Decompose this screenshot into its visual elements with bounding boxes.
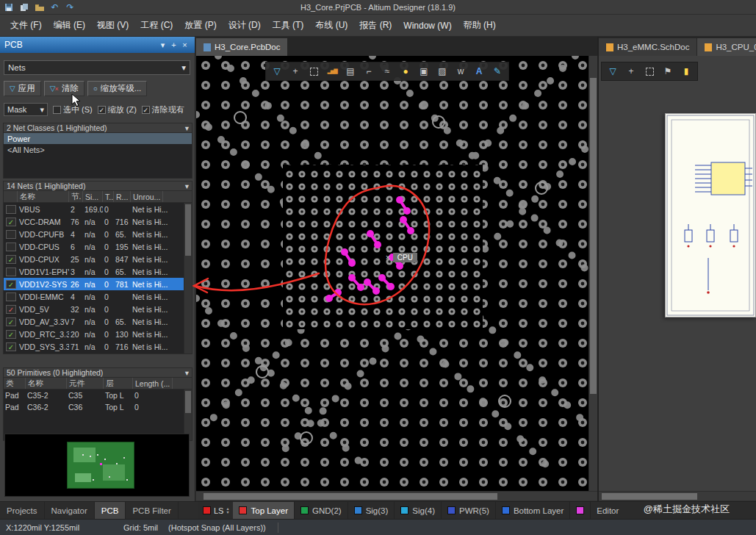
open-folder-icon[interactable] xyxy=(34,2,45,13)
primitives-header[interactable]: 50 Primitives (0 Highlighted) ▾ xyxy=(3,367,192,378)
text-icon[interactable]: A xyxy=(470,63,488,79)
pcb-editor-canvas[interactable]: ▽ + ▂▅▇ ▤ ⌐ ≈ ● ▣ ▨ w A ✎ × CPU xyxy=(196,56,597,491)
table-row[interactable]: VDDI-EMMC4n/a0Net is Hi... xyxy=(4,290,192,303)
mask-dropdown[interactable]: Mask ▾ xyxy=(4,103,48,116)
layer-tab-gnd[interactable]: GND(2) xyxy=(295,502,348,519)
spinner-down-icon[interactable]: ▾ xyxy=(226,511,228,514)
filter-icon[interactable]: ▽ xyxy=(604,63,622,79)
layer-tab-pwr[interactable]: PWR(5) xyxy=(442,502,496,519)
table-row[interactable]: VBUS2169.00Net is Hi... xyxy=(4,203,192,215)
scrollbar-thumb[interactable] xyxy=(602,493,697,500)
schematic-horizontal-scrollbar[interactable] xyxy=(599,491,756,500)
layer-sets-control[interactable]: LS ▴ ▾ xyxy=(198,502,233,519)
menu-project[interactable]: 工程 (C) xyxy=(134,15,179,35)
table-row[interactable]: ✓ VDD_5V32n/a0Net is Hi... xyxy=(4,303,192,315)
board-preview[interactable] xyxy=(4,434,190,497)
layers-icon[interactable]: ▤ xyxy=(342,63,359,79)
menu-tools[interactable]: 工具 (T) xyxy=(267,15,310,35)
layer-tab-sig4[interactable]: Sig(4) xyxy=(395,502,442,519)
table-row[interactable]: PadC35-2C35Top L0 xyxy=(4,389,192,401)
net-checkbox[interactable] xyxy=(6,230,16,239)
net-checkbox[interactable]: ✓ xyxy=(6,218,16,226)
filter-icon[interactable]: ▽ xyxy=(268,63,286,79)
layer-tab-sig3[interactable]: Sig(3) xyxy=(348,502,395,519)
save-icon[interactable] xyxy=(3,2,14,13)
menu-route[interactable]: 布线 (U) xyxy=(309,15,353,35)
table-row[interactable]: ✓ VDD_RTC_3.3\20n/a0130Net is Hi... xyxy=(4,328,192,340)
apply-button[interactable]: ▽ 应用 xyxy=(4,81,41,96)
primitives-column-headers[interactable]: 类 名称 元件 层 Length (... xyxy=(3,378,192,389)
net-checkbox[interactable] xyxy=(6,205,16,214)
nets-column-headers[interactable]: 名称 节. Si... T... R... Unrou... xyxy=(3,191,192,203)
route-icon[interactable]: ⌐ xyxy=(360,63,378,79)
nets-header[interactable]: 14 Nets (1 Highlighted) ▾ xyxy=(3,181,192,191)
zoom-level-button[interactable]: ○ 缩放等级... xyxy=(87,81,148,96)
menu-window[interactable]: Window (W) xyxy=(397,17,457,35)
net-checkbox[interactable]: ✓ xyxy=(6,342,16,351)
menu-view[interactable]: 视图 (V) xyxy=(91,15,134,35)
primitives-scrollbar[interactable] xyxy=(184,389,192,440)
image-icon[interactable]: ▣ xyxy=(415,63,433,79)
panel-pin-icon[interactable]: + xyxy=(168,40,179,49)
net-class-item-power[interactable]: Power xyxy=(4,133,192,144)
tab-navigator[interactable]: Navigator xyxy=(45,502,95,519)
scrollbar-thumb[interactable] xyxy=(204,493,497,500)
net-class-item-all-nets[interactable]: <All Nets> xyxy=(4,144,192,155)
schematic-editor-canvas[interactable]: ▽ + ⚑ ▮ xyxy=(599,56,756,491)
tab-pcb-document[interactable]: H3_Core.PcbDoc xyxy=(196,38,287,56)
mask-icon[interactable]: ▨ xyxy=(433,63,451,79)
panel-close-icon[interactable]: × xyxy=(179,40,190,49)
signal-wave-icon[interactable]: ≈ xyxy=(378,63,396,79)
select-checkbox[interactable] xyxy=(53,106,61,114)
highlight-icon[interactable]: ▮ xyxy=(677,63,695,79)
canvas-horizontal-scrollbar[interactable] xyxy=(196,491,597,500)
table-row[interactable]: VDD-CPUFB4n/a065.Net is Hi... xyxy=(4,228,192,240)
net-checkbox[interactable] xyxy=(6,268,16,276)
chart-icon[interactable]: ▂▅▇ xyxy=(323,63,341,79)
select-area-icon[interactable] xyxy=(305,63,323,79)
scrollbar-thumb[interactable] xyxy=(185,391,191,413)
redo-icon[interactable]: ↷ xyxy=(65,2,76,13)
tab-pcb-filter[interactable]: PCB Filter xyxy=(126,502,178,519)
net-checkbox[interactable] xyxy=(6,243,16,251)
layer-tab-top[interactable]: Top Layer xyxy=(233,502,295,519)
layer-tab-mechanical[interactable] xyxy=(570,502,591,519)
net-checkbox[interactable]: ✓ xyxy=(6,305,16,314)
canvas-vertical-scrollbar[interactable] xyxy=(588,56,597,491)
menu-design[interactable]: 设计 (D) xyxy=(223,15,267,35)
tab-cpu-schdoc[interactable]: H3_CPU_01.S... xyxy=(697,38,756,56)
tab-projects[interactable]: Projects xyxy=(0,502,45,519)
scrollbar-thumb[interactable] xyxy=(590,78,597,394)
flag-icon[interactable]: ⚑ xyxy=(659,63,677,79)
tab-pcb[interactable]: PCB xyxy=(95,502,126,519)
menu-file[interactable]: 文件 (F) xyxy=(4,15,48,35)
scrollbar-thumb[interactable] xyxy=(185,204,191,256)
menu-edit[interactable]: 编辑 (E) xyxy=(48,15,91,35)
add-icon[interactable]: + xyxy=(622,63,640,79)
menu-place[interactable]: 放置 (P) xyxy=(179,15,222,35)
table-row[interactable]: VDD1V1-EPHY3n/a065.Net is Hi... xyxy=(4,265,192,278)
net-checkbox[interactable]: ✓ xyxy=(6,280,16,289)
panel-mode-select[interactable]: Nets ▾ xyxy=(4,60,190,75)
word-icon[interactable]: w xyxy=(452,63,469,79)
table-row-selected[interactable]: ✓ VDD1V2-SYS26n/a0781Net is Hi... xyxy=(4,278,192,290)
table-row[interactable]: ✓ VDD_SYS_3.3V71n/a0716Net is Hi... xyxy=(4,340,192,353)
net-classes-header[interactable]: 2 Net Classes (1 Highlighted) ▾ xyxy=(3,123,192,133)
net-checkbox[interactable]: ✓ xyxy=(6,330,16,339)
table-row[interactable]: PadC36-2C36Top L0 xyxy=(4,401,192,413)
add-icon[interactable]: + xyxy=(287,63,304,79)
pencil-icon[interactable]: ✎ xyxy=(489,63,506,79)
net-checkbox[interactable]: ✓ xyxy=(6,255,16,264)
bulb-icon[interactable]: ● xyxy=(397,63,414,79)
undo-icon[interactable]: ↶ xyxy=(49,2,60,13)
menu-reports[interactable]: 报告 (R) xyxy=(353,15,397,35)
layer-tab-bottom[interactable]: Bottom Layer xyxy=(496,502,570,519)
table-row[interactable]: ✓ VDD-CPUX25n/a0847Net is Hi... xyxy=(4,253,192,265)
clear-existing-checkbox[interactable]: ✓ xyxy=(142,106,150,114)
panel-menu-chevron-icon[interactable]: ▾ xyxy=(157,40,168,50)
net-checkbox[interactable] xyxy=(6,292,16,301)
zoom-checkbox[interactable]: ✓ xyxy=(98,106,106,114)
select-area-icon[interactable] xyxy=(641,63,658,79)
copy-pages-icon[interactable] xyxy=(18,2,29,13)
layer-set-spinner[interactable]: ▴ ▾ xyxy=(226,507,228,514)
